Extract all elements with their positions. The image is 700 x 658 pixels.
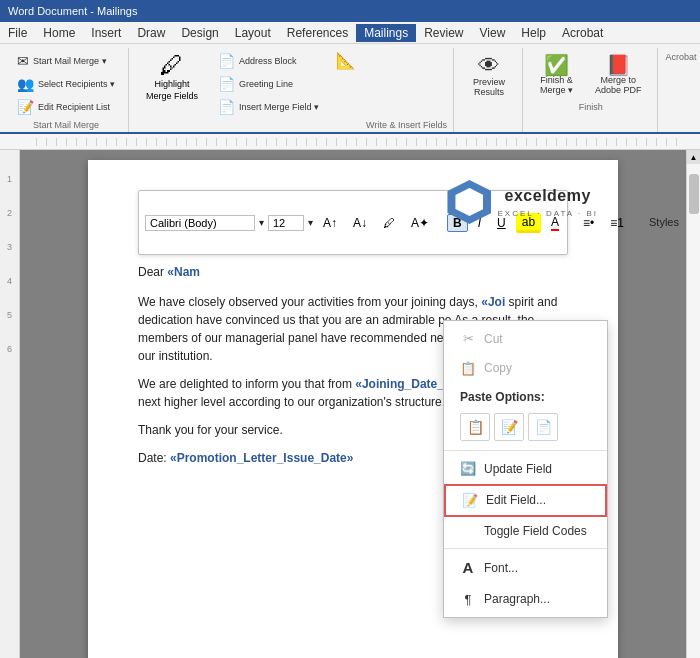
preview-icon: 👁: [478, 55, 500, 77]
highlight-icon: 🖊: [160, 53, 184, 77]
greeting-line-button[interactable]: 📄 Greeting Line: [211, 73, 326, 95]
dropdown-arrow-size: ▾: [308, 215, 313, 230]
name-merge-field: «Nam: [167, 265, 200, 279]
sidebar-num-2: 2: [7, 208, 12, 218]
menu-file[interactable]: File: [0, 24, 35, 42]
ribbon: ✉ Start Mail Merge ▾ 👥 Select Recipients…: [0, 44, 700, 134]
sidebar-num-3: 3: [7, 242, 12, 252]
select-recipients-button[interactable]: 👥 Select Recipients ▾: [10, 73, 122, 95]
scroll-thumb[interactable]: [689, 174, 699, 214]
highlight-merge-fields-btn[interactable]: 🖊 Highlight Merge Fields: [137, 50, 207, 104]
scroll-track[interactable]: [687, 164, 700, 658]
styles-label[interactable]: Styles: [642, 211, 686, 234]
rules-section: 📐: [330, 50, 362, 72]
document-area: 1 2 3 4 5 6 exceldemy EXCEL · DATA · BI: [0, 150, 700, 658]
sidebar-num-5: 5: [7, 310, 12, 320]
sidebar-num-6: 6: [7, 344, 12, 354]
menu-view[interactable]: View: [472, 24, 514, 42]
menu-mailings[interactable]: Mailings: [356, 24, 416, 42]
ctx-sep2: [444, 548, 607, 549]
text-effect-btn[interactable]: A✦: [405, 214, 435, 232]
menu-home[interactable]: Home: [35, 24, 83, 42]
paste-default-btn[interactable]: 📋: [460, 413, 490, 441]
paste-merge-btn[interactable]: 📄: [528, 413, 558, 441]
start-mail-merge-button[interactable]: ✉ Start Mail Merge ▾: [10, 50, 122, 72]
cut-icon: ✂: [460, 329, 476, 349]
ctx-update-field-label: Update Field: [484, 460, 552, 478]
sidebar-num-4: 4: [7, 276, 12, 286]
paste-text-btn[interactable]: 📝: [494, 413, 524, 441]
ctx-font-label: Font...: [484, 559, 518, 577]
clear-format-btn[interactable]: 🖊: [377, 214, 401, 232]
scrollbar-right[interactable]: ▲ ▼: [686, 150, 700, 658]
dropdown-arrow-font: ▾: [259, 215, 264, 230]
finish-merge-button[interactable]: ✅ Finish & Merge ▾: [531, 50, 582, 100]
numbering-btn[interactable]: ≡1: [604, 214, 630, 232]
ctx-toggle-field-label: Toggle Field Codes: [484, 522, 587, 540]
paste-text-icon: 📝: [501, 417, 518, 438]
menu-references[interactable]: References: [279, 24, 356, 42]
ctx-toggle-field[interactable]: Toggle Field Codes: [444, 517, 607, 545]
edit-recipient-list-button[interactable]: 📝 Edit Recipient List: [10, 96, 122, 118]
logo-name: exceldemy: [497, 184, 598, 208]
logo-text-area: exceldemy EXCEL · DATA · BI: [497, 184, 598, 220]
rules-icon: 📐: [336, 53, 356, 69]
title-bar: Word Document - Mailings: [0, 0, 700, 22]
ctx-copy-label: Copy: [484, 359, 512, 377]
ctx-paste-options: Paste Options:: [444, 383, 607, 411]
address-block-icon: 📄: [218, 54, 235, 68]
menu-layout[interactable]: Layout: [227, 24, 279, 42]
menu-review[interactable]: Review: [416, 24, 471, 42]
ruler: [0, 134, 700, 150]
address-block-button[interactable]: 📄 Address Block: [211, 50, 326, 72]
context-menu: ✂ Cut 📋 Copy Paste Options: 📋: [443, 320, 608, 618]
ctx-cut[interactable]: ✂ Cut: [444, 324, 607, 354]
merge-pdf-icon: 📕: [606, 55, 631, 75]
paste-options-label: Paste Options:: [460, 388, 545, 406]
recipients-icon: 👥: [17, 77, 34, 91]
ribbon-groups: ✉ Start Mail Merge ▾ 👥 Select Recipients…: [4, 48, 696, 132]
insert-merge-icon: 📄: [218, 100, 235, 114]
greeting-line-icon: 📄: [218, 77, 235, 91]
logo-area: exceldemy EXCEL · DATA · BI: [447, 180, 598, 224]
paste-icons-row: 📋 📝 📄: [444, 411, 607, 447]
ctx-font[interactable]: A Font...: [444, 552, 607, 585]
date-merge-field: «Promotion_Letter_Issue_Date»: [170, 451, 353, 465]
paste-merge-icon: 📄: [535, 417, 552, 438]
menu-acrobat[interactable]: Acrobat: [554, 24, 611, 42]
decrease-font-btn[interactable]: A↓: [347, 214, 373, 232]
start-mail-merge-label: Start Mail Merge: [33, 120, 99, 132]
ribbon-group-start-mail-merge: ✉ Start Mail Merge ▾ 👥 Select Recipients…: [4, 48, 129, 132]
merge-pdf-button[interactable]: 📕 Merge to Adobe PDF: [586, 50, 651, 100]
ruler-marks: [36, 138, 684, 146]
menu-insert[interactable]: Insert: [83, 24, 129, 42]
ctx-update-field[interactable]: 🔄 Update Field: [444, 454, 607, 484]
menu-draw[interactable]: Draw: [129, 24, 173, 42]
font-size-selector[interactable]: [268, 215, 304, 231]
edit-list-icon: 📝: [17, 100, 34, 114]
write-insert-label: Write & Insert Fields: [366, 120, 447, 132]
ctx-edit-field[interactable]: 📝 Edit Field...: [444, 484, 607, 518]
font-selector[interactable]: [145, 215, 255, 231]
ctx-edit-field-label: Edit Field...: [486, 491, 546, 509]
sidebar-numbers: 1 2 3 4 5 6: [7, 174, 12, 354]
edit-field-icon: 📝: [462, 491, 478, 511]
ribbon-group-acrobat: Acrobat: [660, 48, 700, 132]
ctx-copy[interactable]: 📋 Copy: [444, 354, 607, 384]
menu-design[interactable]: Design: [173, 24, 226, 42]
preview-results-button[interactable]: 👁 Preview Results: [462, 50, 516, 102]
menu-help[interactable]: Help: [513, 24, 554, 42]
font-icon: A: [460, 557, 476, 580]
doc-scroll: exceldemy EXCEL · DATA · BI ▾ ▾ A↑ A↓ 🖊 …: [20, 150, 686, 658]
insert-merge-field-button[interactable]: 📄 Insert Merge Field ▾: [211, 96, 326, 118]
menu-bar: File Home Insert Draw Design Layout Refe…: [0, 22, 700, 44]
rules-button[interactable]: 📐: [330, 50, 362, 72]
copy-icon: 📋: [460, 359, 476, 379]
sidebar-num-1: 1: [7, 174, 12, 184]
ctx-paragraph[interactable]: ¶ Paragraph...: [444, 585, 607, 615]
scroll-up-arrow[interactable]: ▲: [687, 150, 700, 164]
doc-page: exceldemy EXCEL · DATA · BI ▾ ▾ A↑ A↓ 🖊 …: [88, 160, 618, 658]
ribbon-group-preview: 👁 Preview Results: [456, 48, 523, 132]
insert-fields-section: 📄 Address Block 📄 Greeting Line 📄 Insert…: [211, 50, 326, 118]
increase-font-btn[interactable]: A↑: [317, 214, 343, 232]
